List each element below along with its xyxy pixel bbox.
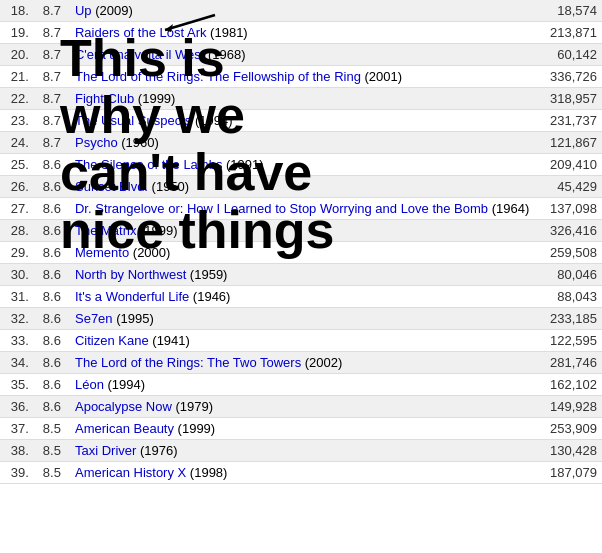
movie-year: (1964) bbox=[488, 201, 529, 216]
movie-title-link[interactable]: Apocalypse Now bbox=[75, 399, 172, 414]
rank-cell: 19. bbox=[0, 22, 34, 44]
votes-cell: 233,185 bbox=[534, 308, 602, 330]
title-cell: Memento (2000) bbox=[70, 242, 534, 264]
table-row: 26.8.6Sunset Blvd. (1950)45,429 bbox=[0, 176, 602, 198]
table-row: 21.8.7The Lord of the Rings: The Fellows… bbox=[0, 66, 602, 88]
title-cell: American Beauty (1999) bbox=[70, 418, 534, 440]
movie-title-link[interactable]: The Matrix bbox=[75, 223, 136, 238]
votes-cell: 318,957 bbox=[534, 88, 602, 110]
score-cell: 8.6 bbox=[34, 242, 70, 264]
title-cell: American History X (1998) bbox=[70, 462, 534, 484]
votes-cell: 187,079 bbox=[534, 462, 602, 484]
movie-title-link[interactable]: It's a Wonderful Life bbox=[75, 289, 189, 304]
rank-cell: 22. bbox=[0, 88, 34, 110]
score-cell: 8.7 bbox=[34, 22, 70, 44]
table-row: 20.8.7C'era una volta il West (1968)60,1… bbox=[0, 44, 602, 66]
score-cell: 8.6 bbox=[34, 176, 70, 198]
movie-title-link[interactable]: The Lord of the Rings: The Two Towers bbox=[75, 355, 301, 370]
table-row: 27.8.6Dr. Strangelove or: How I Learned … bbox=[0, 198, 602, 220]
votes-cell: 122,595 bbox=[534, 330, 602, 352]
movie-title-link[interactable]: The Lord of the Rings: The Fellowship of… bbox=[75, 69, 361, 84]
movie-title-link[interactable]: Taxi Driver bbox=[75, 443, 136, 458]
movie-year: (1968) bbox=[204, 47, 245, 62]
rank-cell: 39. bbox=[0, 462, 34, 484]
rank-cell: 31. bbox=[0, 286, 34, 308]
table-row: 33.8.6Citizen Kane (1941)122,595 bbox=[0, 330, 602, 352]
table-row: 36.8.6Apocalypse Now (1979)149,928 bbox=[0, 396, 602, 418]
title-cell: The Silence of the Lambs (1991) bbox=[70, 154, 534, 176]
score-cell: 8.6 bbox=[34, 154, 70, 176]
score-cell: 8.6 bbox=[34, 308, 70, 330]
table-row: 24.8.7Psycho (1960)121,867 bbox=[0, 132, 602, 154]
rank-cell: 24. bbox=[0, 132, 34, 154]
title-cell: Citizen Kane (1941) bbox=[70, 330, 534, 352]
score-cell: 8.7 bbox=[34, 66, 70, 88]
movie-title-link[interactable]: Sunset Blvd. bbox=[75, 179, 148, 194]
movie-title-link[interactable]: Dr. Strangelove or: How I Learned to Sto… bbox=[75, 201, 488, 216]
score-cell: 8.5 bbox=[34, 462, 70, 484]
votes-cell: 213,871 bbox=[534, 22, 602, 44]
movie-title-link[interactable]: North by Northwest bbox=[75, 267, 186, 282]
score-cell: 8.7 bbox=[34, 44, 70, 66]
votes-cell: 80,046 bbox=[534, 264, 602, 286]
score-cell: 8.7 bbox=[34, 132, 70, 154]
movie-title-link[interactable]: Memento bbox=[75, 245, 129, 260]
votes-cell: 60,142 bbox=[534, 44, 602, 66]
score-cell: 8.5 bbox=[34, 440, 70, 462]
title-cell: Psycho (1960) bbox=[70, 132, 534, 154]
movie-title-link[interactable]: Se7en bbox=[75, 311, 113, 326]
movie-year: (1979) bbox=[172, 399, 213, 414]
rank-cell: 32. bbox=[0, 308, 34, 330]
votes-cell: 336,726 bbox=[534, 66, 602, 88]
score-cell: 8.7 bbox=[34, 88, 70, 110]
title-cell: North by Northwest (1959) bbox=[70, 264, 534, 286]
movie-title-link[interactable]: Fight Club bbox=[75, 91, 134, 106]
score-cell: 8.6 bbox=[34, 396, 70, 418]
rank-cell: 36. bbox=[0, 396, 34, 418]
movie-title-link[interactable]: Citizen Kane bbox=[75, 333, 149, 348]
rank-cell: 30. bbox=[0, 264, 34, 286]
table-row: 28.8.6The Matrix (1999)326,416 bbox=[0, 220, 602, 242]
movie-year: (2009) bbox=[92, 3, 133, 18]
table-row: 32.8.6Se7en (1995)233,185 bbox=[0, 308, 602, 330]
movie-title-link[interactable]: The Usual Suspects bbox=[75, 113, 191, 128]
rank-cell: 23. bbox=[0, 110, 34, 132]
movie-year: (1959) bbox=[186, 267, 227, 282]
title-cell: Dr. Strangelove or: How I Learned to Sto… bbox=[70, 198, 534, 220]
title-cell: Raiders of the Lost Ark (1981) bbox=[70, 22, 534, 44]
movie-year: (2001) bbox=[361, 69, 402, 84]
movie-title-link[interactable]: American History X bbox=[75, 465, 186, 480]
movie-title-link[interactable]: Psycho bbox=[75, 135, 118, 150]
movie-table-container: 18.8.7Up (2009)18,57419.8.7Raiders of th… bbox=[0, 0, 602, 484]
votes-cell: 259,508 bbox=[534, 242, 602, 264]
movie-year: (1991) bbox=[222, 157, 263, 172]
votes-cell: 88,043 bbox=[534, 286, 602, 308]
movie-title-link[interactable]: Raiders of the Lost Ark bbox=[75, 25, 207, 40]
title-cell: Sunset Blvd. (1950) bbox=[70, 176, 534, 198]
title-cell: Fight Club (1999) bbox=[70, 88, 534, 110]
score-cell: 8.6 bbox=[34, 374, 70, 396]
table-row: 29.8.6Memento (2000)259,508 bbox=[0, 242, 602, 264]
votes-cell: 162,102 bbox=[534, 374, 602, 396]
votes-cell: 18,574 bbox=[534, 0, 602, 22]
votes-cell: 231,737 bbox=[534, 110, 602, 132]
score-cell: 8.7 bbox=[34, 0, 70, 22]
title-cell: The Lord of the Rings: The Fellowship of… bbox=[70, 66, 534, 88]
movie-year: (2002) bbox=[301, 355, 342, 370]
movie-title-link[interactable]: American Beauty bbox=[75, 421, 174, 436]
rank-cell: 25. bbox=[0, 154, 34, 176]
movie-year: (1994) bbox=[191, 113, 232, 128]
title-cell: The Matrix (1999) bbox=[70, 220, 534, 242]
movie-title-link[interactable]: Léon bbox=[75, 377, 104, 392]
movie-title-link[interactable]: The Silence of the Lambs bbox=[75, 157, 222, 172]
votes-cell: 45,429 bbox=[534, 176, 602, 198]
rank-cell: 34. bbox=[0, 352, 34, 374]
movie-title-link[interactable]: Up bbox=[75, 3, 92, 18]
table-row: 35.8.6Léon (1994)162,102 bbox=[0, 374, 602, 396]
movie-year: (1950) bbox=[148, 179, 189, 194]
title-cell: C'era una volta il West (1968) bbox=[70, 44, 534, 66]
votes-cell: 253,909 bbox=[534, 418, 602, 440]
movie-title-link[interactable]: C'era una volta il West bbox=[75, 47, 204, 62]
movie-year: (1976) bbox=[136, 443, 177, 458]
movie-year: (1941) bbox=[149, 333, 190, 348]
